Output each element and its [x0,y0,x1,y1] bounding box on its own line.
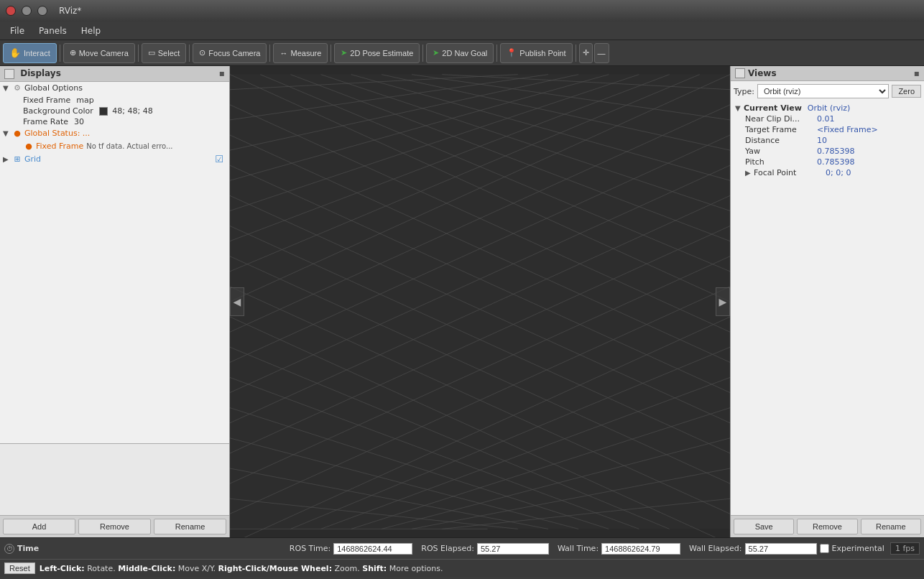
menu-help[interactable]: Help [74,24,108,37]
maximize-button[interactable] [37,6,47,16]
distance-key: Distance [745,136,817,145]
views-zero-button[interactable]: Zero [892,85,921,98]
shift-action: More options. [389,564,443,573]
frame-rate-label: Frame Rate [23,117,68,126]
nav-goal-button[interactable]: ➤ 2D Nav Goal [426,43,494,63]
3d-grid [230,66,730,537]
near-clip-row[interactable]: Near Clip Di... 0.01 [734,114,921,124]
move-camera-button[interactable]: ⊕ Move Camera [63,43,135,63]
views-collapse-button[interactable]: ▪ [914,68,920,78]
global-status-row[interactable]: ▼ ● Global Status: ... [0,127,229,140]
grid-checkbox[interactable]: ☑ [215,154,223,165]
viewport[interactable]: ◀ ▶ [230,66,730,537]
publish-point-button[interactable]: 📍 Publish Point [500,43,572,63]
grid-section: ▶ ⊞ Grid ☑ [0,153,229,166]
wall-time-label: Wall Time: [558,544,599,553]
target-frame-row[interactable]: Target Frame <Fixed Frame> [734,124,921,135]
views-remove-button[interactable]: Remove [797,519,857,534]
current-view-expand[interactable]: ▼ [735,104,744,112]
views-type-select[interactable]: Orbit (rviz) [757,84,889,98]
status-fixed-frame-row[interactable]: ● Fixed Frame No tf data. Actual erro... [0,140,229,153]
menu-file[interactable]: File [3,24,32,37]
displays-header: Displays ▪ [0,66,229,82]
ros-elapsed-field[interactable] [477,543,549,555]
close-button[interactable] [6,6,16,16]
wall-time-field[interactable] [601,543,680,555]
time-label: Time [17,544,39,553]
focal-point-row[interactable]: ▶ Focal Point 0; 0; 0 [734,167,921,178]
background-color-row[interactable]: Background Color 48; 48; 48 [0,106,229,116]
focus-camera-icon: ⊙ [199,48,205,57]
move-camera-icon: ⊕ [70,48,76,57]
fps-badge: 1 fps [890,542,920,555]
views-rename-button[interactable]: Rename [861,519,921,534]
global-status-expand[interactable]: ▼ [3,129,11,137]
displays-buttons: Add Remove Rename [0,515,229,537]
pose-icon: ➤ [341,48,347,57]
experimental-checkbox[interactable] [820,544,829,553]
interact-label: Interact [24,49,50,57]
toolbar: ✋ Interact ⊕ Move Camera ▭ Select ⊙ Focu… [0,40,924,66]
remove-display-button[interactable]: Remove [78,519,151,534]
focal-point-key: Focal Point [754,168,826,177]
wall-elapsed-label: Wall Elapsed: [689,544,741,553]
global-status-section: ▼ ● Global Status: ... ● Fixed Frame No … [0,127,229,153]
global-options-label: Global Options [24,83,83,93]
window-title: RViz* [59,6,81,16]
left-panel: Displays ▪ ▼ ⚙ Global Options Fixed Fram… [0,66,230,537]
wall-elapsed-field[interactable] [745,543,817,555]
viewport-left-arrow[interactable]: ◀ [230,287,244,316]
focal-point-value: 0; 0; 0 [826,168,851,177]
current-view-label: Current View [744,103,802,113]
color-box [99,107,108,116]
focus-camera-label: Focus Camera [208,49,260,57]
views-tree: ▼ Current View Orbit (rviz) Near Clip Di… [734,103,921,178]
global-options-section: ▼ ⚙ Global Options Fixed Frame map Backg… [0,82,229,127]
separator-2 [138,45,139,62]
distance-row[interactable]: Distance 10 [734,135,921,146]
pitch-row[interactable]: Pitch 0.785398 [734,157,921,167]
extra-tool-button2[interactable]: — [594,43,609,63]
global-options-row[interactable]: ▼ ⚙ Global Options [0,82,229,95]
pose-estimate-button[interactable]: ➤ 2D Pose Estimate [334,43,420,63]
time-icon: ⏱ [4,544,14,554]
minimize-button[interactable] [22,6,32,16]
ros-time-field[interactable] [333,543,412,555]
target-frame-value: <Fixed Frame> [817,125,878,134]
add-display-button[interactable]: Add [3,519,75,534]
grid-row[interactable]: ▶ ⊞ Grid ☑ [0,153,229,166]
views-buttons: Save Remove Rename [731,515,924,537]
displays-collapse-button[interactable]: ▪ [219,68,225,78]
fixed-frame-label: Fixed Frame [23,96,70,105]
minus-icon: — [598,49,606,57]
hint-row: Reset Left-Click: Rotate. Middle-Click: … [0,560,924,577]
focus-camera-button[interactable]: ⊙ Focus Camera [193,43,267,63]
focal-point-expand[interactable]: ▶ [745,169,754,177]
pitch-value: 0.785398 [817,157,855,167]
yaw-row[interactable]: Yaw 0.785398 [734,146,921,157]
background-color-swatch: 48; 48; 48 [99,106,153,116]
distance-value: 10 [817,136,827,145]
shift-key: Shift: [362,564,387,573]
rename-display-button[interactable]: Rename [154,519,226,534]
extra-tool-button[interactable]: ✛ [579,43,593,63]
select-button[interactable]: ▭ Select [142,43,187,63]
measure-button[interactable]: ↔ Measure [273,43,328,63]
reset-button[interactable]: Reset [4,562,35,574]
measure-icon: ↔ [279,49,287,57]
viewport-right-arrow[interactable]: ▶ [716,287,730,316]
near-clip-key: Near Clip Di... [745,114,817,124]
separator-5 [331,45,331,62]
frame-rate-row[interactable]: Frame Rate 30 [0,116,229,127]
interact-button[interactable]: ✋ Interact [3,43,57,63]
global-options-expand[interactable]: ▼ [3,84,11,92]
current-view-row[interactable]: ▼ Current View Orbit (rviz) [734,103,921,114]
separator-4 [269,45,270,62]
menu-panels[interactable]: Panels [32,24,74,37]
fixed-frame-row[interactable]: Fixed Frame map [0,95,229,106]
status-fixed-frame-label: Fixed Frame [36,142,83,151]
views-save-button[interactable]: Save [734,519,794,534]
background-color-label: Background Color [23,106,93,116]
middle-click-action: Move X/Y. [178,564,218,573]
grid-expand[interactable]: ▶ [3,155,11,163]
